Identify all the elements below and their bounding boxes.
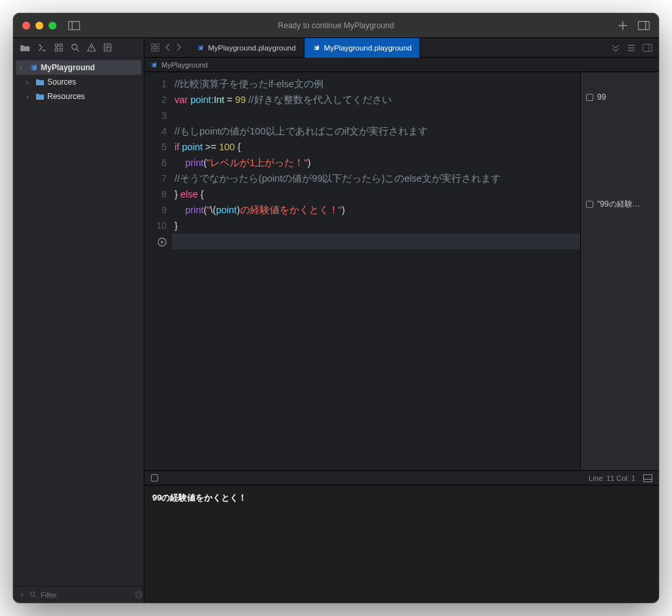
recent-icon[interactable] <box>135 591 142 598</box>
svg-rect-7 <box>60 49 62 51</box>
swift-icon <box>29 63 38 72</box>
minimize-window-button[interactable] <box>35 22 43 30</box>
code-content[interactable]: //比較演算子を使ったif-else文の例var point:Int = 99 … <box>172 72 580 470</box>
editor-area: MyPlayground.playgroundMyPlayground.play… <box>144 38 659 603</box>
svg-rect-5 <box>60 44 62 47</box>
folder-icon <box>35 92 45 100</box>
svg-rect-15 <box>152 49 155 52</box>
console-toggle-icon[interactable] <box>643 474 652 482</box>
chevron-icon[interactable]: › <box>20 64 26 72</box>
navigator-filter: ＋ <box>13 586 144 603</box>
project-tree: ›MyPlayground›Sources›Resources <box>13 58 144 586</box>
editor-tab[interactable]: MyPlayground.playground <box>304 38 421 58</box>
editor-statusbar: Line: 11 Col: 1 <box>144 470 659 485</box>
tab-actions-icon[interactable] <box>611 44 620 52</box>
editor-tab[interactable]: MyPlayground.playground <box>188 38 304 58</box>
line-gutter: 12345678910 <box>144 72 172 470</box>
issue-navigator-tab[interactable] <box>87 43 96 52</box>
report-navigator-tab[interactable] <box>104 43 112 52</box>
window-title: Ready to continue MyPlayground <box>278 21 394 30</box>
tree-item-label: MyPlayground <box>41 63 95 72</box>
svg-rect-16 <box>156 49 159 52</box>
window-controls <box>13 22 56 30</box>
xcode-window: Ready to continue MyPlayground ›MyPlaygr… <box>13 13 659 603</box>
close-window-button[interactable] <box>22 22 30 30</box>
editor-options-icon[interactable] <box>627 44 636 52</box>
project-navigator-tab[interactable] <box>20 43 30 52</box>
sidebar-toggle-icon[interactable] <box>68 21 80 30</box>
chevron-icon[interactable]: › <box>26 93 33 100</box>
assistant-toggle-icon[interactable] <box>642 44 652 52</box>
svg-rect-4 <box>55 44 58 47</box>
result-item[interactable]: "99の経験… <box>581 197 659 212</box>
breadcrumb[interactable]: MyPlayground <box>144 58 659 72</box>
find-navigator-tab[interactable] <box>71 43 79 52</box>
svg-rect-2 <box>639 21 650 30</box>
tree-item[interactable]: ›Resources <box>13 89 144 104</box>
editor-tabbar: MyPlayground.playgroundMyPlayground.play… <box>144 38 659 58</box>
related-items-icon[interactable] <box>150 42 161 53</box>
back-button[interactable] <box>163 42 172 53</box>
cursor-position: Line: 11 Col: 1 <box>589 474 635 482</box>
results-sidebar: 99"99の経験… <box>580 72 659 470</box>
debug-console[interactable]: 99の経験値をかくとく！ <box>144 485 659 603</box>
library-toggle-icon[interactable] <box>638 21 650 30</box>
console-output: 99の経験値をかくとく！ <box>152 492 651 504</box>
tree-item-label: Sources <box>47 77 76 87</box>
symbol-navigator-tab[interactable] <box>54 43 63 52</box>
folder-icon <box>35 78 45 86</box>
source-control-tab[interactable] <box>38 43 47 52</box>
forward-button[interactable] <box>175 42 183 53</box>
quicklook-icon[interactable] <box>586 201 593 208</box>
svg-rect-17 <box>643 44 652 51</box>
result-item[interactable]: 99 <box>581 91 659 104</box>
svg-point-8 <box>72 45 77 50</box>
tree-item-label: Resources <box>47 92 85 101</box>
add-button[interactable] <box>618 21 627 30</box>
breadcrumb-label: MyPlayground <box>161 61 207 69</box>
svg-rect-14 <box>156 44 159 47</box>
debug-toggle-icon[interactable] <box>151 474 158 482</box>
quicklook-icon[interactable] <box>586 94 593 101</box>
run-button[interactable] <box>144 234 167 249</box>
svg-rect-6 <box>55 49 58 51</box>
add-icon[interactable]: ＋ <box>18 590 26 600</box>
svg-rect-13 <box>152 44 155 47</box>
navigator-tabs <box>13 38 144 58</box>
tree-item[interactable]: ›Sources <box>13 75 144 89</box>
navigator-sidebar: ›MyPlayground›Sources›Resources ＋ <box>13 38 144 603</box>
tree-item[interactable]: ›MyPlayground <box>16 60 141 75</box>
svg-rect-0 <box>69 21 80 30</box>
zoom-window-button[interactable] <box>49 22 56 30</box>
chevron-icon[interactable]: › <box>26 79 33 86</box>
code-editor[interactable]: 12345678910 //比較演算子を使ったif-else文の例var poi… <box>144 72 580 470</box>
titlebar: Ready to continue MyPlayground <box>13 13 659 38</box>
svg-point-10 <box>30 592 34 596</box>
filter-icon[interactable] <box>30 591 37 598</box>
filter-input[interactable] <box>41 591 131 599</box>
svg-rect-20 <box>644 474 652 482</box>
